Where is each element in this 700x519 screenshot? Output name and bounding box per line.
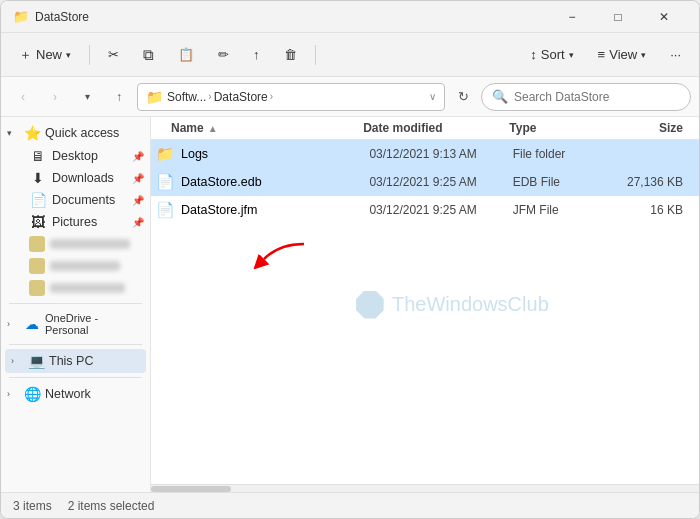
- pictures-label: Pictures: [52, 215, 127, 229]
- annotation-arrow: [249, 239, 309, 272]
- file-size: 27,136 KB: [603, 175, 699, 189]
- selected-count: 2 items selected: [68, 499, 155, 513]
- edb-file-icon: 📄: [155, 173, 175, 191]
- cut-button[interactable]: ✂: [98, 39, 129, 71]
- view-chevron-icon: ▾: [641, 50, 646, 60]
- sidebar-section-quickaccess: ▾ ⭐ Quick access 🖥 Desktop 📌 ⬇ Downloads…: [1, 121, 150, 299]
- sort-icon: ↕: [530, 47, 537, 62]
- search-icon: 🔍: [492, 89, 508, 104]
- view-label: View: [609, 47, 637, 62]
- col-name-header[interactable]: Name ▲: [151, 121, 355, 135]
- blurred-icon-1: [29, 236, 45, 252]
- statusbar: 3 items 2 items selected: [1, 492, 699, 518]
- network-label: Network: [45, 387, 144, 401]
- blurred-text-1: [50, 239, 130, 249]
- sort-asc-icon: ▲: [208, 123, 218, 134]
- file-name: DataStore.edb: [175, 175, 361, 189]
- address-dropdown-icon[interactable]: ∨: [429, 91, 436, 102]
- up-button[interactable]: ↑: [105, 83, 133, 111]
- col-date-header[interactable]: Date modified: [355, 121, 501, 135]
- file-explorer-window: 📁 DataStore − □ ✕ ＋ New ▾ ✂ ⧉ 📋 ✏ ↑: [0, 0, 700, 519]
- address-path: Softw... › DataStore ›: [167, 90, 419, 104]
- minimize-button[interactable]: −: [549, 1, 595, 33]
- close-button[interactable]: ✕: [641, 1, 687, 33]
- thispc-chevron-icon: ›: [11, 356, 23, 366]
- toolbar-separator-1: [89, 45, 90, 65]
- sidebar-item-blurred-3[interactable]: [1, 277, 150, 299]
- horizontal-scrollbar[interactable]: [151, 484, 699, 492]
- quickaccess-chevron-icon: ▾: [7, 128, 19, 138]
- desktop-icon: 🖥: [29, 148, 47, 164]
- documents-label: Documents: [52, 193, 127, 207]
- pictures-pin-icon: 📌: [132, 217, 144, 228]
- sidebar-item-documents[interactable]: 📄 Documents 📌: [1, 189, 150, 211]
- new-chevron-icon: ▾: [66, 50, 71, 60]
- more-button[interactable]: ···: [660, 39, 691, 71]
- thispc-label: This PC: [49, 354, 140, 368]
- sidebar-item-quickaccess[interactable]: ▾ ⭐ Quick access: [1, 121, 150, 145]
- search-input[interactable]: [514, 90, 680, 104]
- forward-button[interactable]: ›: [41, 83, 69, 111]
- new-label: New: [36, 47, 62, 62]
- file-list: Name ▲ Date modified Type Size 📁: [151, 117, 699, 484]
- sort-chevron-icon: ▾: [569, 50, 574, 60]
- table-row[interactable]: 📄 DataStore.edb 03/12/2021 9:25 AM EDB F…: [151, 168, 699, 196]
- sidebar-section-thispc: › 💻 This PC: [1, 349, 150, 373]
- paste-button[interactable]: 📋: [168, 39, 204, 71]
- desktop-label: Desktop: [52, 149, 127, 163]
- cut-icon: ✂: [108, 47, 119, 62]
- file-date: 03/12/2021 9:25 AM: [361, 203, 504, 217]
- share-icon: ↑: [253, 47, 260, 62]
- toolbar-separator-2: [315, 45, 316, 65]
- quickaccess-star-icon: ⭐: [23, 125, 41, 141]
- file-type: JFM File: [505, 203, 603, 217]
- documents-icon: 📄: [29, 192, 47, 208]
- maximize-button[interactable]: □: [595, 1, 641, 33]
- col-size-header[interactable]: Size: [601, 121, 699, 135]
- titlebar: 📁 DataStore − □ ✕: [1, 1, 699, 33]
- sidebar-divider-3: [9, 377, 142, 378]
- table-row[interactable]: 📁 Logs 03/12/2021 9:13 AM File folder: [151, 140, 699, 168]
- window-title: DataStore: [35, 10, 549, 24]
- sidebar-item-pictures[interactable]: 🖼 Pictures 📌: [1, 211, 150, 233]
- new-button[interactable]: ＋ New ▾: [9, 39, 81, 71]
- rename-button[interactable]: ✏: [208, 39, 239, 71]
- table-row[interactable]: 📄 DataStore.jfm 03/12/2021 9:25 AM JFM F…: [151, 196, 699, 224]
- refresh-button[interactable]: ↻: [449, 83, 477, 111]
- sidebar-item-onedrive[interactable]: › ☁ OneDrive - Personal: [1, 308, 150, 340]
- sidebar-section-onedrive: › ☁ OneDrive - Personal: [1, 308, 150, 340]
- search-box[interactable]: 🔍: [481, 83, 691, 111]
- file-list-header: Name ▲ Date modified Type Size: [151, 117, 699, 140]
- share-button[interactable]: ↑: [243, 39, 270, 71]
- network-chevron-icon: ›: [7, 389, 19, 399]
- copy-button[interactable]: ⧉: [133, 39, 164, 71]
- col-type-header[interactable]: Type: [501, 121, 601, 135]
- sidebar: ▾ ⭐ Quick access 🖥 Desktop 📌 ⬇ Downloads…: [1, 117, 151, 492]
- sidebar-item-network[interactable]: › 🌐 Network: [1, 382, 150, 406]
- desktop-pin-icon: 📌: [132, 151, 144, 162]
- copy-icon: ⧉: [143, 46, 154, 64]
- sidebar-item-desktop[interactable]: 🖥 Desktop 📌: [1, 145, 150, 167]
- sort-button[interactable]: ↕ Sort ▾: [520, 39, 583, 71]
- sidebar-item-downloads[interactable]: ⬇ Downloads 📌: [1, 167, 150, 189]
- sidebar-item-blurred-1[interactable]: [1, 233, 150, 255]
- sidebar-item-blurred-2[interactable]: [1, 255, 150, 277]
- address-bar[interactable]: 📁 Softw... › DataStore › ∨: [137, 83, 445, 111]
- downloads-icon: ⬇: [29, 170, 47, 186]
- blurred-text-3: [50, 283, 125, 293]
- scrollbar-thumb[interactable]: [151, 486, 231, 492]
- paste-icon: 📋: [178, 47, 194, 62]
- back-button[interactable]: ‹: [9, 83, 37, 111]
- sidebar-divider-1: [9, 303, 142, 304]
- recent-locations-button[interactable]: ▾: [73, 83, 101, 111]
- network-icon: 🌐: [23, 386, 41, 402]
- address-chevron-2: ›: [270, 91, 273, 102]
- documents-pin-icon: 📌: [132, 195, 144, 206]
- downloads-pin-icon: 📌: [132, 173, 144, 184]
- delete-button[interactable]: 🗑: [274, 39, 307, 71]
- address-path-part2: DataStore: [214, 90, 268, 104]
- view-button[interactable]: ≡ View ▾: [588, 39, 657, 71]
- sort-label: Sort: [541, 47, 565, 62]
- window-icon: 📁: [13, 9, 29, 25]
- sidebar-item-thispc[interactable]: › 💻 This PC: [5, 349, 146, 373]
